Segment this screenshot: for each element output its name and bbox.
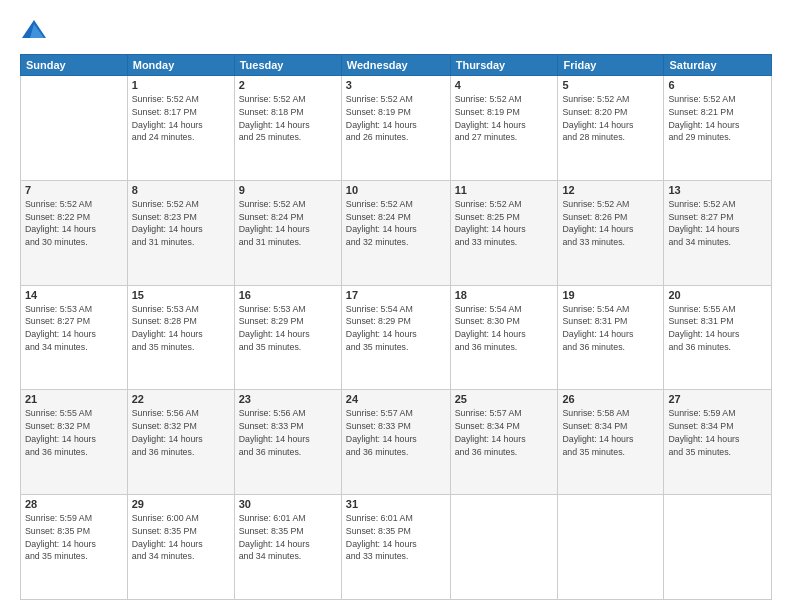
day-number: 10 [346, 184, 446, 196]
day-number: 2 [239, 79, 337, 91]
day-number: 11 [455, 184, 554, 196]
day-info: Sunrise: 5:52 AM Sunset: 8:18 PM Dayligh… [239, 93, 337, 144]
calendar-cell: 18Sunrise: 5:54 AM Sunset: 8:30 PM Dayli… [450, 285, 558, 390]
day-info: Sunrise: 5:52 AM Sunset: 8:22 PM Dayligh… [25, 198, 123, 249]
day-info: Sunrise: 5:53 AM Sunset: 8:29 PM Dayligh… [239, 303, 337, 354]
day-info: Sunrise: 5:57 AM Sunset: 8:33 PM Dayligh… [346, 407, 446, 458]
calendar-day-header: Sunday [21, 55, 128, 76]
day-info: Sunrise: 5:52 AM Sunset: 8:24 PM Dayligh… [346, 198, 446, 249]
calendar-cell: 23Sunrise: 5:56 AM Sunset: 8:33 PM Dayli… [234, 390, 341, 495]
day-info: Sunrise: 6:01 AM Sunset: 8:35 PM Dayligh… [346, 512, 446, 563]
calendar-cell [21, 76, 128, 181]
header [20, 16, 772, 44]
day-number: 27 [668, 393, 767, 405]
calendar-header-row: SundayMondayTuesdayWednesdayThursdayFrid… [21, 55, 772, 76]
calendar-cell: 11Sunrise: 5:52 AM Sunset: 8:25 PM Dayli… [450, 180, 558, 285]
calendar-cell: 13Sunrise: 5:52 AM Sunset: 8:27 PM Dayli… [664, 180, 772, 285]
day-number: 15 [132, 289, 230, 301]
calendar-cell: 15Sunrise: 5:53 AM Sunset: 8:28 PM Dayli… [127, 285, 234, 390]
calendar-cell: 19Sunrise: 5:54 AM Sunset: 8:31 PM Dayli… [558, 285, 664, 390]
day-number: 29 [132, 498, 230, 510]
day-number: 8 [132, 184, 230, 196]
day-info: Sunrise: 5:52 AM Sunset: 8:19 PM Dayligh… [455, 93, 554, 144]
day-number: 5 [562, 79, 659, 91]
calendar-cell: 2Sunrise: 5:52 AM Sunset: 8:18 PM Daylig… [234, 76, 341, 181]
calendar-cell: 9Sunrise: 5:52 AM Sunset: 8:24 PM Daylig… [234, 180, 341, 285]
day-info: Sunrise: 6:01 AM Sunset: 8:35 PM Dayligh… [239, 512, 337, 563]
day-info: Sunrise: 5:52 AM Sunset: 8:24 PM Dayligh… [239, 198, 337, 249]
calendar-day-header: Wednesday [341, 55, 450, 76]
day-info: Sunrise: 5:52 AM Sunset: 8:26 PM Dayligh… [562, 198, 659, 249]
day-info: Sunrise: 5:59 AM Sunset: 8:34 PM Dayligh… [668, 407, 767, 458]
day-number: 1 [132, 79, 230, 91]
calendar-day-header: Tuesday [234, 55, 341, 76]
day-number: 9 [239, 184, 337, 196]
calendar-cell: 5Sunrise: 5:52 AM Sunset: 8:20 PM Daylig… [558, 76, 664, 181]
day-info: Sunrise: 5:57 AM Sunset: 8:34 PM Dayligh… [455, 407, 554, 458]
calendar-cell: 26Sunrise: 5:58 AM Sunset: 8:34 PM Dayli… [558, 390, 664, 495]
day-number: 6 [668, 79, 767, 91]
calendar-day-header: Saturday [664, 55, 772, 76]
calendar-cell: 3Sunrise: 5:52 AM Sunset: 8:19 PM Daylig… [341, 76, 450, 181]
page: SundayMondayTuesdayWednesdayThursdayFrid… [0, 0, 792, 612]
calendar-cell: 7Sunrise: 5:52 AM Sunset: 8:22 PM Daylig… [21, 180, 128, 285]
calendar-cell: 17Sunrise: 5:54 AM Sunset: 8:29 PM Dayli… [341, 285, 450, 390]
day-info: Sunrise: 5:56 AM Sunset: 8:32 PM Dayligh… [132, 407, 230, 458]
calendar-week-row: 28Sunrise: 5:59 AM Sunset: 8:35 PM Dayli… [21, 495, 772, 600]
day-number: 7 [25, 184, 123, 196]
day-number: 4 [455, 79, 554, 91]
calendar-cell: 10Sunrise: 5:52 AM Sunset: 8:24 PM Dayli… [341, 180, 450, 285]
calendar-cell: 25Sunrise: 5:57 AM Sunset: 8:34 PM Dayli… [450, 390, 558, 495]
day-info: Sunrise: 5:55 AM Sunset: 8:31 PM Dayligh… [668, 303, 767, 354]
calendar-cell: 22Sunrise: 5:56 AM Sunset: 8:32 PM Dayli… [127, 390, 234, 495]
calendar-cell: 16Sunrise: 5:53 AM Sunset: 8:29 PM Dayli… [234, 285, 341, 390]
day-info: Sunrise: 5:59 AM Sunset: 8:35 PM Dayligh… [25, 512, 123, 563]
day-info: Sunrise: 5:53 AM Sunset: 8:28 PM Dayligh… [132, 303, 230, 354]
calendar-cell: 1Sunrise: 5:52 AM Sunset: 8:17 PM Daylig… [127, 76, 234, 181]
calendar-day-header: Monday [127, 55, 234, 76]
day-info: Sunrise: 5:52 AM Sunset: 8:19 PM Dayligh… [346, 93, 446, 144]
calendar-cell: 4Sunrise: 5:52 AM Sunset: 8:19 PM Daylig… [450, 76, 558, 181]
calendar-cell: 31Sunrise: 6:01 AM Sunset: 8:35 PM Dayli… [341, 495, 450, 600]
day-number: 24 [346, 393, 446, 405]
day-info: Sunrise: 5:53 AM Sunset: 8:27 PM Dayligh… [25, 303, 123, 354]
day-number: 14 [25, 289, 123, 301]
day-number: 21 [25, 393, 123, 405]
calendar-cell: 14Sunrise: 5:53 AM Sunset: 8:27 PM Dayli… [21, 285, 128, 390]
day-number: 28 [25, 498, 123, 510]
day-number: 31 [346, 498, 446, 510]
calendar-cell: 12Sunrise: 5:52 AM Sunset: 8:26 PM Dayli… [558, 180, 664, 285]
day-number: 16 [239, 289, 337, 301]
calendar-cell: 6Sunrise: 5:52 AM Sunset: 8:21 PM Daylig… [664, 76, 772, 181]
day-info: Sunrise: 5:52 AM Sunset: 8:23 PM Dayligh… [132, 198, 230, 249]
calendar-week-row: 1Sunrise: 5:52 AM Sunset: 8:17 PM Daylig… [21, 76, 772, 181]
calendar-cell: 24Sunrise: 5:57 AM Sunset: 8:33 PM Dayli… [341, 390, 450, 495]
calendar-cell [558, 495, 664, 600]
day-info: Sunrise: 5:52 AM Sunset: 8:25 PM Dayligh… [455, 198, 554, 249]
day-info: Sunrise: 6:00 AM Sunset: 8:35 PM Dayligh… [132, 512, 230, 563]
calendar-day-header: Thursday [450, 55, 558, 76]
day-info: Sunrise: 5:52 AM Sunset: 8:21 PM Dayligh… [668, 93, 767, 144]
day-number: 25 [455, 393, 554, 405]
day-number: 20 [668, 289, 767, 301]
calendar-week-row: 21Sunrise: 5:55 AM Sunset: 8:32 PM Dayli… [21, 390, 772, 495]
day-info: Sunrise: 5:52 AM Sunset: 8:17 PM Dayligh… [132, 93, 230, 144]
logo [20, 16, 52, 44]
calendar-week-row: 14Sunrise: 5:53 AM Sunset: 8:27 PM Dayli… [21, 285, 772, 390]
calendar-cell [450, 495, 558, 600]
day-number: 23 [239, 393, 337, 405]
calendar-cell: 20Sunrise: 5:55 AM Sunset: 8:31 PM Dayli… [664, 285, 772, 390]
day-info: Sunrise: 5:55 AM Sunset: 8:32 PM Dayligh… [25, 407, 123, 458]
calendar-cell: 8Sunrise: 5:52 AM Sunset: 8:23 PM Daylig… [127, 180, 234, 285]
day-number: 3 [346, 79, 446, 91]
day-info: Sunrise: 5:52 AM Sunset: 8:20 PM Dayligh… [562, 93, 659, 144]
day-info: Sunrise: 5:54 AM Sunset: 8:30 PM Dayligh… [455, 303, 554, 354]
calendar-cell [664, 495, 772, 600]
day-info: Sunrise: 5:58 AM Sunset: 8:34 PM Dayligh… [562, 407, 659, 458]
day-number: 12 [562, 184, 659, 196]
calendar-cell: 29Sunrise: 6:00 AM Sunset: 8:35 PM Dayli… [127, 495, 234, 600]
day-number: 22 [132, 393, 230, 405]
day-number: 26 [562, 393, 659, 405]
day-info: Sunrise: 5:56 AM Sunset: 8:33 PM Dayligh… [239, 407, 337, 458]
day-info: Sunrise: 5:54 AM Sunset: 8:29 PM Dayligh… [346, 303, 446, 354]
